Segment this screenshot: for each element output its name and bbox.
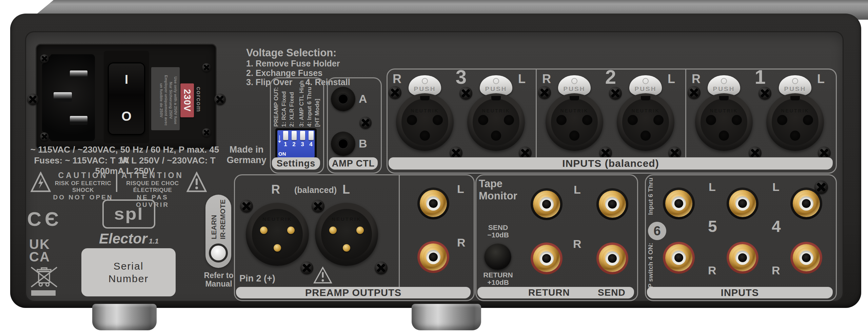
return-level-note: RETURN +10dB (478, 271, 518, 286)
xlr-input-3-l[interactable]: NEUTRIK (467, 93, 525, 151)
input-6-rca-r[interactable] (663, 242, 695, 274)
xlr-notch (719, 96, 729, 100)
xlr-output-r[interactable]: NEUTRIK (246, 203, 309, 266)
caution-line1: RISK OF ELECTRIC SHOCK (51, 180, 115, 194)
inputs-rca-r-label: R (708, 264, 716, 277)
ce-mark: CЄ (27, 208, 62, 230)
input6-thru-text: Input 6 Thru (647, 178, 654, 215)
rca-socket-hole (429, 253, 438, 261)
voltage-step2: 2. Exchange Fuses (246, 69, 350, 78)
input-5-rca-l[interactable] (727, 188, 758, 219)
fuse-voltage-label[interactable]: 230V (180, 83, 194, 117)
legend-3: 3: AMP CTL High (298, 80, 305, 127)
spl-logo: spl (102, 199, 155, 229)
xlr-pin-hole (790, 131, 800, 141)
tape-monitor-bar: RETURN SEND (477, 287, 634, 298)
electric-shock-warning-icon (31, 172, 51, 193)
xlr-input-2-r[interactable]: NEUTRIK (546, 93, 603, 151)
fuse-note-line: un fusible de 250V (159, 69, 164, 130)
input-6-rca-l[interactable] (663, 188, 695, 219)
xlr-brand-engraving: NEUTRIK (546, 108, 603, 114)
input-4-rca-r[interactable] (790, 242, 822, 274)
tape-return-rca-l[interactable] (531, 188, 563, 220)
push-text: PUSH (480, 85, 512, 93)
xlr-output-l[interactable]: NEUTRIK (315, 203, 378, 266)
phillips-screw (27, 94, 39, 105)
xlr-pin (260, 227, 268, 234)
serial-number-plate: Serial Number (81, 248, 176, 296)
ukca-line1: UK (29, 238, 50, 251)
attention-line1: RISQUE DE CHOC ÉLECTRIQUE (119, 180, 186, 194)
preamp-rca-output-l[interactable] (417, 188, 449, 219)
xlr-pin-hole (582, 115, 592, 125)
xlr-notch (420, 96, 430, 100)
send-level-note: SEND −10dB (479, 224, 517, 239)
learn-ir-button[interactable] (209, 243, 228, 262)
phillips-screw (240, 200, 253, 213)
xlr-input-2-l[interactable]: NEUTRIK (617, 93, 674, 151)
xlr-pin (329, 227, 337, 234)
preamp-warning-icon (313, 267, 332, 284)
learn-ir-remote-label: LEARN IR-REMOTE (205, 199, 231, 239)
inputs-rca-r-label: R (772, 264, 780, 277)
iec-power-inlet[interactable] (42, 54, 95, 141)
xlr-pin-hole (706, 115, 716, 125)
tape-send-rca-r[interactable] (596, 242, 628, 274)
power-rocker-switch[interactable]: I O (108, 62, 145, 135)
fuse-note-plate: Use only with a 250V fuse Nur Sicherung … (151, 67, 180, 130)
dip-switch-2[interactable] (292, 131, 297, 140)
phillips-screw (214, 94, 226, 105)
xlr-brand-engraving: NEUTRIK (467, 108, 525, 114)
iec-pin (70, 71, 87, 79)
xlr-pin-hole (640, 131, 651, 141)
xlr-input-1-r[interactable]: NEUTRIK (695, 93, 753, 151)
dip-switch-1[interactable] (283, 131, 288, 140)
ukca-line2: CA (29, 251, 50, 263)
amp-ctl-jack-a[interactable] (331, 87, 355, 111)
xlr-pin-hole (803, 115, 813, 125)
xlr-pin-hole (719, 131, 729, 141)
power-off-marking: O (108, 108, 145, 125)
dip-on-label: ON (278, 151, 286, 157)
amp-ctl-jack-b[interactable] (331, 132, 355, 156)
model-version: 1.1 (149, 237, 159, 245)
return-note-line2: +10dB (478, 279, 518, 286)
serial-line2: Number (108, 272, 149, 285)
xlr-pin (343, 244, 350, 252)
latch-logo-icon (571, 78, 577, 84)
tape-send-rca-l[interactable] (596, 188, 628, 220)
dip-switch-4[interactable] (309, 131, 314, 140)
preamp-rca-output-r[interactable] (417, 241, 449, 273)
xlr-notch (491, 96, 501, 100)
input-5-rca-r[interactable] (727, 242, 758, 274)
weee-bar (31, 290, 56, 296)
xlr-input-3-r[interactable]: NEUTRIK (396, 93, 454, 151)
dip-arrow-icon: ↓ (277, 131, 282, 145)
input1-left-label: L (817, 72, 825, 86)
rca-socket-hole (674, 199, 683, 208)
xlr-brand-engraving: NEUTRIK (315, 216, 378, 222)
fuse-voltage-text: 230V (180, 83, 194, 117)
tape-return-rca-r[interactable] (531, 242, 563, 274)
phillips-screw (312, 200, 324, 213)
rca-socket-hole (738, 199, 747, 208)
dip-switch-3[interactable] (300, 131, 305, 140)
dip-num-3: 3 (299, 141, 305, 148)
section-divider (399, 174, 400, 287)
xlr-brand-engraving: NEUTRIK (617, 108, 674, 114)
rca-socket-hole (608, 200, 617, 209)
push-text: PUSH (779, 85, 811, 93)
xlr-pin (356, 227, 364, 234)
chassis-foot (412, 304, 481, 330)
tape-monitor-title: Tape Monitor (479, 178, 526, 202)
fuse-brand: corcom (194, 77, 203, 121)
xlr-input-1-l[interactable]: NEUTRIK (766, 93, 824, 151)
xlr-brand-engraving: NEUTRIK (766, 108, 824, 114)
xlr-pin-hole (478, 115, 488, 125)
dip-switch-module: ↓ 1 2 3 4 ON (275, 128, 317, 159)
input2-right-label: R (542, 72, 551, 86)
tape-level-button[interactable] (484, 243, 511, 270)
learn-line1: LEARN (210, 199, 218, 239)
xlr-pin-hole (732, 115, 742, 125)
push-text: PUSH (558, 85, 591, 93)
